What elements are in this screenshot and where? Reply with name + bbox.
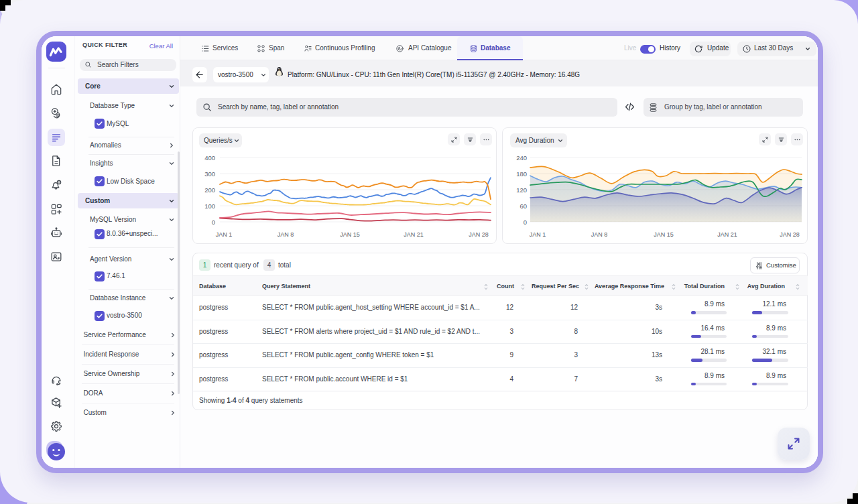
svg-text:60: 60 xyxy=(519,202,527,210)
svg-text:JAN 28: JAN 28 xyxy=(780,231,800,238)
svg-text:200: 200 xyxy=(204,186,215,194)
svg-text:180: 180 xyxy=(516,170,527,178)
svg-text:JAN 1: JAN 1 xyxy=(530,231,546,238)
svg-text:JAN 1: JAN 1 xyxy=(216,231,233,238)
svg-text:120: 120 xyxy=(516,186,527,194)
svg-text:JAN 28: JAN 28 xyxy=(469,231,489,238)
svg-text:400: 400 xyxy=(204,154,215,162)
svg-text:0: 0 xyxy=(524,218,527,226)
svg-text:JAN 8: JAN 8 xyxy=(591,231,608,238)
svg-text:JAN 21: JAN 21 xyxy=(404,231,424,238)
svg-text:300: 300 xyxy=(204,170,215,178)
svg-text:JAN 21: JAN 21 xyxy=(717,231,737,238)
svg-text:JAN 15: JAN 15 xyxy=(654,231,674,238)
svg-text:0: 0 xyxy=(212,218,215,226)
svg-text:JAN 8: JAN 8 xyxy=(278,231,294,238)
svg-text:100: 100 xyxy=(204,202,215,210)
svg-text:JAN 15: JAN 15 xyxy=(340,231,360,238)
svg-text:240: 240 xyxy=(516,154,527,162)
